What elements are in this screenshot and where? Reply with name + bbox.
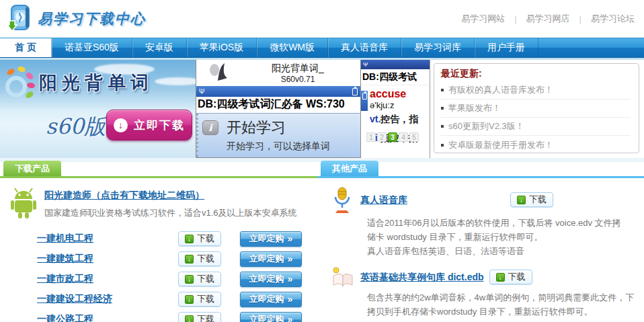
download-arrow-icon: ↓: [185, 295, 194, 304]
menu-item-start[interactable]: i 开始学习: [198, 114, 360, 138]
downloads-tab-bar: 下载产品: [0, 163, 317, 178]
top-link-store[interactable]: 易学习网店: [526, 13, 570, 25]
product-link[interactable]: 一建公路工程: [37, 313, 178, 322]
nav-item-dictionary[interactable]: 易学习词库: [401, 38, 475, 57]
pagination: 1 2 3 4 5: [366, 132, 420, 142]
download-button[interactable]: ↓下载: [510, 192, 553, 207]
update-item[interactable]: 苹果版发布！: [441, 99, 631, 118]
top-link-website[interactable]: 易学习网站: [461, 13, 505, 25]
banner-row: 阳光背单词 s60版 ↓ 立即下载 阳光背单词_ S60v0.71: [0, 60, 644, 158]
nav-item-manual[interactable]: 用户手册: [475, 38, 538, 57]
banner-title: 阳光背单词: [39, 71, 153, 95]
downloads-section: 下载产品: [0, 162, 317, 322]
product-link[interactable]: 一建建筑工程: [37, 253, 178, 265]
brand[interactable]: 易学习下载中心: [5, 2, 146, 36]
download-button[interactable]: ↓下载: [489, 270, 532, 284]
content-columns: 下载产品: [0, 162, 644, 322]
product-header: 真人语音库 ↓下载: [331, 186, 644, 213]
page-button-5[interactable]: 5: [409, 132, 419, 142]
info-icon: i: [202, 120, 218, 135]
download-button[interactable]: ↓下载: [178, 292, 221, 307]
header: 易学习下载中心 易学习网站 | 易学习网店 | 易学习论坛: [0, 0, 644, 38]
side-strip: [361, 91, 368, 111]
tab-downloads[interactable]: 下载产品: [3, 161, 61, 176]
download-button[interactable]: ↓下载: [178, 231, 221, 246]
others-tab-bar: 其他产品: [317, 163, 644, 178]
top-links: 易学习网站 | 易学习网店 | 易学习论坛: [461, 13, 635, 25]
download-row: 一建公路工程 ↓下载 立即定购»: [37, 309, 317, 322]
main-nav: 首 页 诺基亚S60版 安卓版 苹果iOS版 微软WM版 真人语音库 易学习词库…: [0, 38, 644, 58]
battery-icon: [362, 93, 367, 99]
meaning-line-1: vt.控告，指: [370, 114, 430, 126]
product-link[interactable]: 一建机电工程: [37, 233, 178, 245]
signal-icon: Ψ: [199, 88, 204, 95]
download-button[interactable]: ↓下载: [178, 272, 221, 286]
other-product-voice: 真人语音库 ↓下载 适合2011年06月以后版本的软件使用，下载后将 voice…: [331, 186, 644, 258]
featured-product-link[interactable]: 阳光建造师（点击有下载地址二维码）: [44, 190, 204, 200]
featured-text: 阳光建造师（点击有下载地址二维码） 国家建造师职业资格考试练习软件，适合v1.6…: [44, 187, 297, 222]
menu-subtitle: 开始学习，可以选择单词: [227, 140, 360, 153]
download-arrow-icon: ↓: [185, 255, 194, 264]
app-header: 阳光背单词_ S60v0.71: [196, 60, 360, 86]
order-button[interactable]: 立即定购»: [240, 292, 302, 307]
download-button[interactable]: ↓下载: [178, 312, 221, 322]
update-item[interactable]: 有版权的真人语音库发布！: [441, 81, 631, 99]
product-link[interactable]: 一建市政工程: [37, 273, 178, 285]
order-button[interactable]: 立即定购»: [240, 251, 302, 267]
update-item[interactable]: 安卓版最新使用手册发布！: [441, 136, 631, 154]
android-robot-icon: [9, 187, 38, 222]
download-arrow-icon: ↓: [185, 275, 194, 284]
page-button-2[interactable]: 2: [377, 132, 387, 142]
bullet-icon: [441, 144, 444, 147]
download-arrow-icon: ↓: [185, 235, 194, 243]
chevron-right-icon: »: [288, 294, 293, 305]
recent-updates-box: 最近更新: 有版权的真人语音库发布！ 苹果版发布！ s60更新到V2.3版！ 安…: [434, 63, 639, 153]
status-bar: Ψ: [361, 60, 430, 69]
featured-product: 阳光建造师（点击有下载地址二维码） 国家建造师职业资格考试练习软件，适合v1.6…: [9, 187, 317, 222]
download-row: 一建建设工程经济 ↓下载 立即定购»: [37, 289, 317, 309]
product-link[interactable]: 真人语音库: [360, 194, 407, 205]
download-button[interactable]: ↓下载: [178, 251, 221, 266]
page-button-3-active[interactable]: 3: [388, 132, 397, 142]
nav-item-nokia-s60[interactable]: 诺基亚S60版: [52, 38, 132, 57]
app-name-block: 阳光背单词_ S60v0.71: [235, 63, 360, 84]
banner-download-button[interactable]: ↓ 立即下载: [106, 110, 192, 140]
order-button[interactable]: 立即定购»: [240, 272, 302, 287]
nav-item-wm[interactable]: 微软WM版: [257, 38, 328, 57]
nav-item-home[interactable]: 首 页: [0, 38, 52, 57]
product-link[interactable]: 一建建设工程经济: [37, 293, 178, 305]
nav-item-android[interactable]: 安卓版: [132, 38, 187, 57]
other-product-sentence-db: 英语基础共享例句库 dict.edb ↓下载 包含共享的约2w单词音标，4w单词…: [331, 266, 644, 322]
top-link-forum[interactable]: 易学习论坛: [591, 13, 635, 25]
chevron-right-icon: »: [288, 314, 293, 322]
nav-item-ios[interactable]: 苹果iOS版: [187, 38, 257, 57]
status-bar: Ψ: [196, 86, 360, 97]
updates-title: 最近更新:: [441, 68, 631, 80]
page-button-1[interactable]: 1: [366, 132, 376, 142]
title-cell: 真人语音库: [360, 194, 505, 206]
phone-screenshot-1: 阳光背单词_ S60v0.71 Ψ DB:四级考试词汇必备 WS:730 i 开…: [196, 60, 361, 158]
tab-other-products[interactable]: 其他产品: [321, 161, 378, 176]
product-desc: 适合2011年06月以后版本的软件使用，下载后将 voice.edv 文件拷 储…: [367, 216, 644, 258]
title-cell: 英语基础共享例句库 dict.edb: [360, 271, 484, 284]
download-row: 一建市政工程 ↓下载 立即定购»: [37, 269, 317, 289]
page-button-4[interactable]: 4: [399, 132, 408, 142]
order-button[interactable]: 立即定购»: [240, 312, 302, 322]
banner-download-label: 立即下载: [134, 118, 185, 133]
download-arrow-icon: ↓: [496, 273, 505, 282]
nav-item-voice-library[interactable]: 真人语音库: [328, 38, 401, 57]
link-separator: |: [514, 14, 516, 24]
banner-subtitle: s60版: [46, 112, 106, 142]
signal-icon: Ψ: [363, 61, 368, 68]
app-name: 阳光背单词_: [235, 63, 360, 75]
chevron-right-icon: »: [288, 274, 293, 284]
order-button[interactable]: 立即定购»: [240, 231, 302, 247]
page: 易学习下载中心 易学习网站 | 易学习网店 | 易学习论坛 首 页 诺基亚S60…: [0, 0, 644, 322]
battery-icon: [352, 88, 358, 95]
product-link[interactable]: 英语基础共享例句库 dict.edb: [360, 272, 484, 282]
update-item[interactable]: s60更新到V2.3版！: [441, 118, 631, 136]
bullet-icon: [441, 107, 444, 110]
product-header: 英语基础共享例句库 dict.edb ↓下载: [331, 266, 644, 288]
book-bulb-icon: [331, 266, 354, 288]
download-list: 一建机电工程 ↓下载 立即定购» 一建建筑工程 ↓下载 立即定购» 一建市政工程…: [37, 229, 317, 322]
